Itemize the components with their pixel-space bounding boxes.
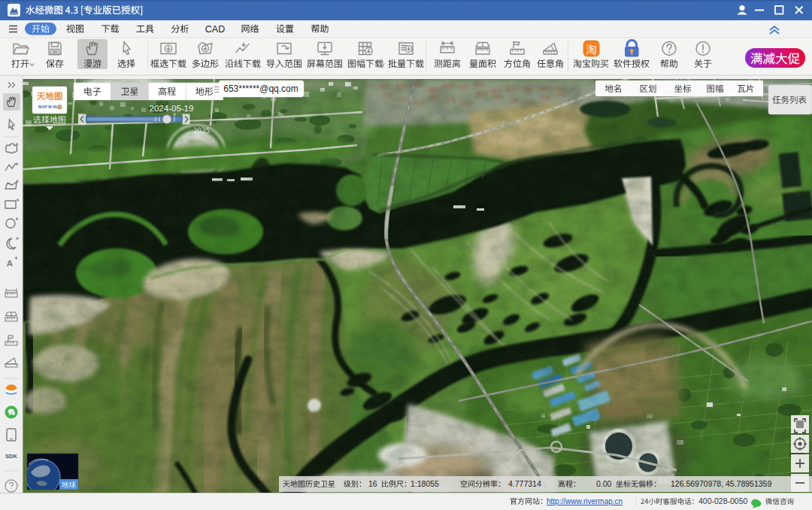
svg-text:A: A (7, 259, 13, 268)
svg-text:653******@qq.com: 653******@qq.com (223, 83, 298, 94)
svg-text:16: 16 (368, 479, 377, 488)
svg-text:http://www.rivermap.cn: http://www.rivermap.cn (547, 497, 623, 505)
svg-text:CAD: CAD (205, 24, 225, 35)
svg-text:0.00: 0.00 (596, 479, 612, 488)
svg-text:1:18055: 1:18055 (411, 479, 439, 488)
svg-text:4.777314: 4.777314 (508, 479, 541, 488)
svg-text:126.56970978, 45.78951359: 126.56970978, 45.78951359 (671, 479, 771, 488)
svg-text:SDK: SDK (5, 453, 17, 460)
svg-text:400-028-0050: 400-028-0050 (698, 496, 748, 505)
svg-text:2024-05-19: 2024-05-19 (150, 104, 194, 113)
